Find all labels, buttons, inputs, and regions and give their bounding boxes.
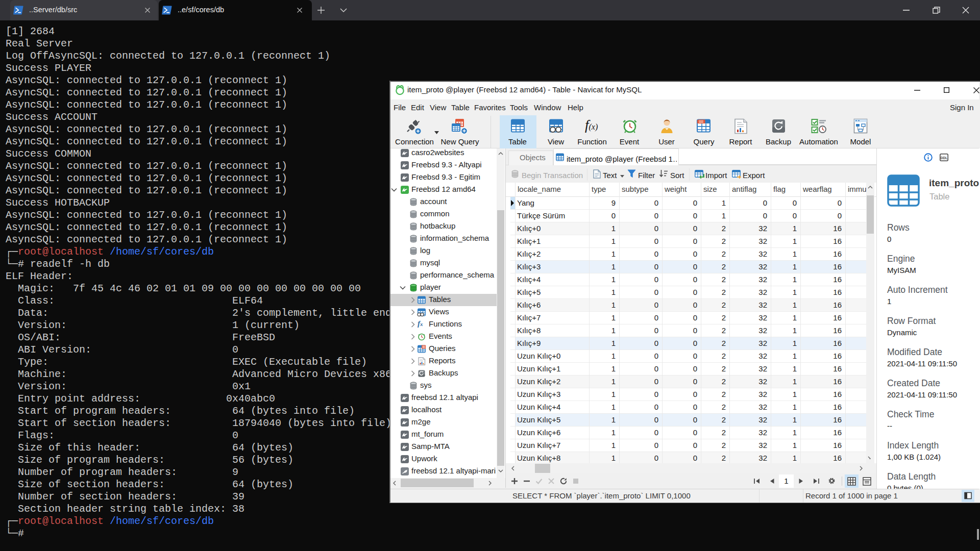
svg-text:DDL: DDL	[941, 156, 947, 160]
